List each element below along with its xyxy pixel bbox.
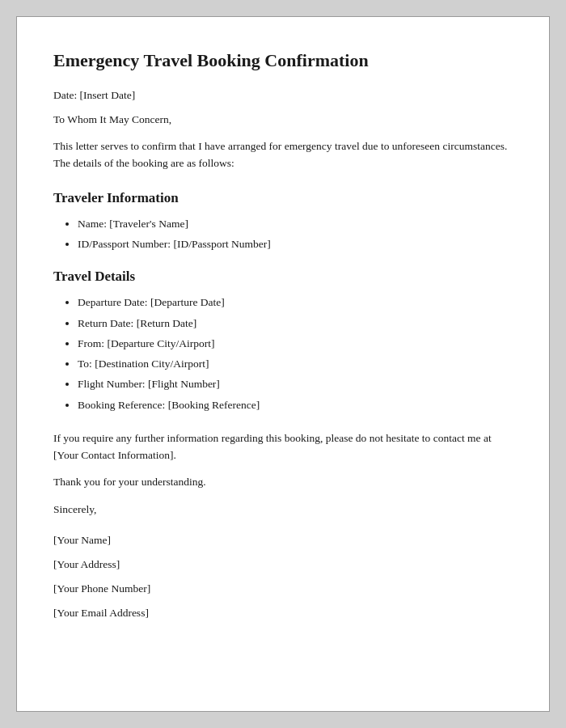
traveler-info-list: Name: [Traveler's Name] ID/Passport Numb… <box>78 216 513 253</box>
closing-text: Sincerely, <box>53 503 513 516</box>
document-date: Date: [Insert Date] <box>53 89 513 102</box>
traveler-section-heading: Traveler Information <box>53 190 513 206</box>
travel-details-section-heading: Travel Details <box>53 269 513 285</box>
list-item: Departure Date: [Departure Date] <box>78 294 513 311</box>
signature-phone: [Your Phone Number] <box>53 582 513 595</box>
contact-note: If you require any further information r… <box>53 430 513 464</box>
signature-address: [Your Address] <box>53 558 513 571</box>
list-item: Name: [Traveler's Name] <box>78 216 513 232</box>
thanks-text: Thank you for your understanding. <box>53 476 513 489</box>
list-item: Booking Reference: [Booking Reference] <box>78 397 513 413</box>
signature-email: [Your Email Address] <box>53 607 513 620</box>
list-item: Return Date: [Return Date] <box>78 315 513 332</box>
document-salutation: To Whom It May Concern, <box>53 113 513 126</box>
list-item: From: [Departure City/Airport] <box>78 336 513 352</box>
document-intro: This letter serves to confirm that I hav… <box>53 138 513 172</box>
list-item: Flight Number: [Flight Number] <box>78 376 513 392</box>
list-item: To: [Destination City/Airport] <box>78 356 513 372</box>
travel-details-list: Departure Date: [Departure Date] Return … <box>78 294 513 413</box>
signature-name: [Your Name] <box>53 534 513 547</box>
list-item: ID/Passport Number: [ID/Passport Number] <box>78 236 513 252</box>
document-container: Emergency Travel Booking Confirmation Da… <box>16 16 550 712</box>
document-title: Emergency Travel Booking Confirmation <box>53 49 513 73</box>
